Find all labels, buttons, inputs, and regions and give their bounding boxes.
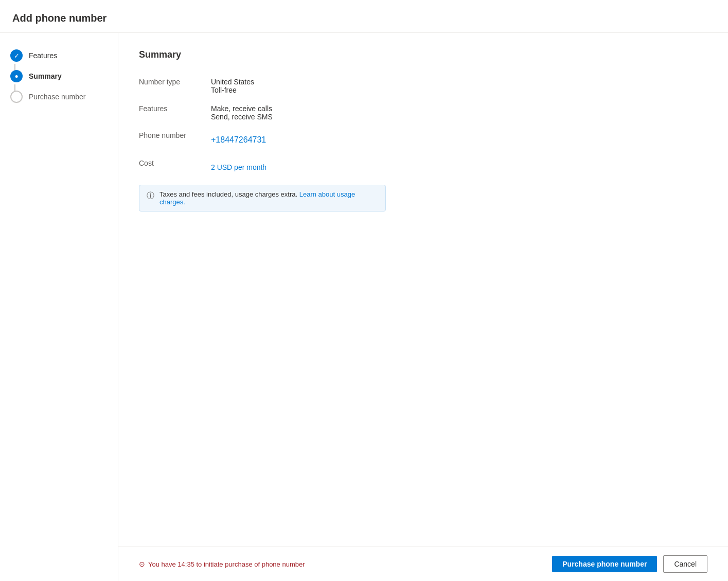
checkmark-icon: ✓ [14,52,20,60]
step-purchase-circle [10,91,23,103]
steps-sidebar: ✓ Features ● Summary Purchase number [0,33,118,581]
info-icon: ⓘ [147,191,154,201]
summary-row-phone: Phone number +18447264731 [139,126,707,154]
cost-label: Cost [139,159,211,175]
summary-title: Summary [139,49,707,60]
step-summary[interactable]: ● Summary [8,66,110,86]
timer-warning: ⊙ You have 14:35 to initiate purchase of… [139,560,305,568]
info-banner-static-text: Taxes and fees included, usage charges e… [159,190,297,198]
number-type-value: United States Toll-free [211,78,707,94]
summary-row-cost: Cost 2 USD per month [139,154,707,181]
number-type-toll: Toll-free [211,86,707,94]
step-purchase[interactable]: Purchase number [8,86,110,107]
cost-value: 2 USD per month [211,159,707,175]
features-label: Features [139,104,211,121]
summary-row-number-type: Number type United States Toll-free [139,73,707,99]
step-summary-label: Summary [29,72,62,80]
step-purchase-label: Purchase number [29,93,86,101]
page-title: Add phone number [12,12,716,24]
main-content: Summary Number type United States Toll-f… [118,33,728,581]
cancel-button[interactable]: Cancel [663,555,707,573]
step-features-label: Features [29,51,57,60]
info-banner-text: Taxes and fees included, usage charges e… [159,190,378,206]
number-type-label: Number type [139,78,211,94]
footer-buttons: Purchase phone number Cancel [552,555,707,573]
timer-icon: ⊙ [139,560,145,568]
features-calls: Make, receive calls [211,104,707,113]
features-value: Make, receive calls Send, receive SMS [211,104,707,121]
step-features[interactable]: ✓ Features [8,45,110,66]
phone-number-value: +18447264731 [211,131,707,149]
info-banner: ⓘ Taxes and fees included, usage charges… [139,185,386,212]
timer-text: You have 14:35 to initiate purchase of p… [148,560,305,568]
summary-row-features: Features Make, receive calls Send, recei… [139,99,707,126]
phone-number-label: Phone number [139,131,211,149]
step-summary-number: ● [14,73,18,80]
features-sms: Send, receive SMS [211,113,707,121]
step-summary-circle: ● [10,70,23,82]
purchase-phone-number-button[interactable]: Purchase phone number [552,556,657,572]
number-type-country: United States [211,78,707,86]
footer: ⊙ You have 14:35 to initiate purchase of… [118,547,728,581]
step-features-circle: ✓ [10,49,23,62]
